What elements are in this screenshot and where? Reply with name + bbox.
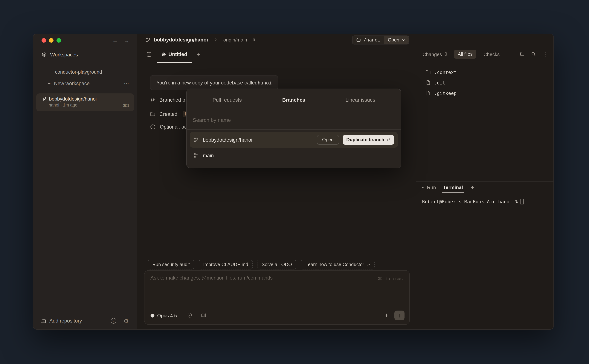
tree-view-icon[interactable] <box>519 52 525 57</box>
tab-untitled[interactable]: Untitled <box>157 46 192 63</box>
forward-icon[interactable]: → <box>124 37 129 44</box>
help-icon[interactable]: ? <box>111 318 116 324</box>
tab-changes[interactable]: Changes 0 <box>422 51 447 57</box>
add-repository-icon <box>40 318 46 324</box>
open-label: Open <box>388 37 399 42</box>
files-panel-header: Changes 0 All files Checks ⋮ <box>416 34 554 63</box>
folder-icon <box>425 70 431 75</box>
branch-search-input[interactable] <box>193 117 395 123</box>
more-vertical-icon[interactable]: ⋮ <box>542 51 548 57</box>
tab-linear-issues[interactable]: Linear issues <box>327 89 394 108</box>
more-horizontal-icon[interactable]: ⋯ <box>124 80 129 86</box>
close-window-button[interactable] <box>41 38 46 43</box>
file-icon <box>425 91 431 96</box>
composer-input[interactable] <box>150 275 360 298</box>
search-icon[interactable] <box>531 52 536 57</box>
tab-branches[interactable]: Branches <box>261 89 327 108</box>
new-workspace-label: New workspace <box>54 81 90 86</box>
terminal-panel: Run Terminal + Robert@Roberts-MacBook-Ai… <box>416 181 554 329</box>
workspace-subtitle: hanoi · 1m ago <box>49 103 130 107</box>
attach-plus-icon[interactable]: + <box>385 312 388 319</box>
add-repository-button[interactable]: Add repository <box>40 318 82 324</box>
sync-branch-icon[interactable] <box>252 38 256 42</box>
chip-improve-claude-md[interactable]: Improve CLAUDE.md <box>199 260 253 269</box>
system-notice: You’re in a new copy of your codebase ca… <box>150 75 278 90</box>
chip-learn-conductor[interactable]: Learn how to use Conductor ↗ <box>301 260 375 269</box>
send-button[interactable]: ↑ <box>395 311 405 320</box>
message-composer: ⌘L to focus Opus 4.5 <box>144 270 410 325</box>
optional-text: Optional: ad <box>160 124 187 130</box>
chip-run-security-audit[interactable]: Run security audit <box>148 260 194 269</box>
terminal-output[interactable]: Robert@Roberts-MacBook-Air hanoi % <box>416 193 554 210</box>
zoom-window-button[interactable] <box>56 38 61 43</box>
map-icon[interactable] <box>201 313 206 318</box>
new-terminal-button[interactable]: + <box>471 184 474 190</box>
spark-icon <box>150 313 154 318</box>
branch-row-name: bobbydotdesign/hanoi <box>203 137 252 143</box>
workspace-title: bobbydotdesign/hanoi <box>49 96 97 102</box>
layers-icon <box>41 52 47 57</box>
chevron-down-icon <box>402 38 405 42</box>
minimize-window-button[interactable] <box>49 38 54 43</box>
model-selector[interactable]: Opus 4.5 <box>150 313 177 318</box>
info-line-optional: Optional: ad <box>150 124 187 130</box>
sidebar-item-workspace-hanoi[interactable]: bobbydotdesign/hanoi hanoi · 1m ago ⌘1 <box>36 93 134 111</box>
desktop: ← → Workspaces conductor-playground + Ne… <box>0 0 589 364</box>
tab-terminal[interactable]: Terminal <box>442 182 464 193</box>
open-button[interactable]: Open <box>384 36 409 44</box>
workspace-titlebar: bobbydotdesign/hanoi origin/main /hanoi <box>137 34 416 46</box>
branched-text: Branched b <box>159 97 185 103</box>
file-row-git[interactable]: .git <box>416 77 554 88</box>
branch-row-main[interactable]: main <box>190 148 398 163</box>
workspaces-header[interactable]: Workspaces <box>33 50 137 59</box>
duplicate-branch-button[interactable]: Duplicate branch ↵ <box>343 135 394 145</box>
chip-label: Solve a TODO <box>262 262 292 267</box>
composer-toolbar: Opus 4.5 + ↑ <box>150 311 405 320</box>
file-row-context[interactable]: .context <box>416 67 554 77</box>
file-name: .context <box>434 69 456 75</box>
tab-linear-issues-label: Linear issues <box>345 97 375 103</box>
sidebar-footer: Add repository ? ⚙ <box>33 312 137 329</box>
settings-gear-icon[interactable]: ⚙ <box>124 318 129 324</box>
chevron-down-icon <box>421 185 425 189</box>
workspace-shortcut: ⌘1 <box>123 103 129 108</box>
chip-label: Improve CLAUDE.md <box>203 262 248 267</box>
spark-icon <box>162 52 166 56</box>
run-dropdown[interactable]: Run <box>421 184 436 190</box>
terminal-tab-label: Terminal <box>443 184 463 190</box>
open-branch-button[interactable]: Open <box>317 135 339 145</box>
folder-path: /hanoi <box>363 37 380 43</box>
tab-pull-requests[interactable]: Pull requests <box>194 89 261 108</box>
notice-text: You’re in a new copy of your codebase ca… <box>156 80 258 85</box>
chat-content: You’re in a new copy of your codebase ca… <box>137 63 416 329</box>
model-name: Opus 4.5 <box>157 313 177 318</box>
popover-tabs: Pull requests Branches Linear issues <box>187 89 401 108</box>
terminal-prompt: Robert@Roberts-MacBook-Air hanoi % <box>422 199 518 204</box>
changes-label: Changes <box>422 51 442 57</box>
folder-path-segment[interactable]: /hanoi <box>353 36 384 44</box>
file-name: .gitkeep <box>434 90 456 96</box>
branch-row-hanoi[interactable]: bobbydotdesign/hanoi Open Duplicate bran… <box>190 132 398 148</box>
chip-solve-a-todo[interactable]: Solve a TODO <box>257 260 297 269</box>
tab-all-files[interactable]: All files <box>454 50 476 59</box>
suggestion-chips: Run security audit Improve CLAUDE.md Sol… <box>148 260 375 269</box>
send-arrow-icon: ↑ <box>398 312 401 318</box>
breadcrumb[interactable]: bobbydotdesign/hanoi origin/main <box>146 37 256 43</box>
folder-icon <box>150 111 155 117</box>
new-note-icon[interactable] <box>146 52 152 57</box>
files-panel: Changes 0 All files Checks ⋮ <box>416 34 554 329</box>
tab-branches-label: Branches <box>282 97 305 103</box>
branch-name[interactable]: origin/main <box>223 37 247 43</box>
git-branch-icon <box>42 97 47 101</box>
tab-checks[interactable]: Checks <box>483 51 500 57</box>
file-row-gitkeep[interactable]: .gitkeep <box>416 88 554 98</box>
notice-code: hanoi <box>258 80 272 85</box>
file-icon <box>425 80 431 85</box>
branches-tab-underline <box>261 108 326 108</box>
new-workspace-button[interactable]: + New workspace ⋯ <box>33 78 137 88</box>
new-tab-button[interactable]: + <box>197 51 201 58</box>
usage-meter-icon[interactable] <box>187 313 192 318</box>
git-branch-icon <box>194 137 199 142</box>
back-icon[interactable]: ← <box>112 37 118 44</box>
workspaces-label: Workspaces <box>50 52 78 57</box>
